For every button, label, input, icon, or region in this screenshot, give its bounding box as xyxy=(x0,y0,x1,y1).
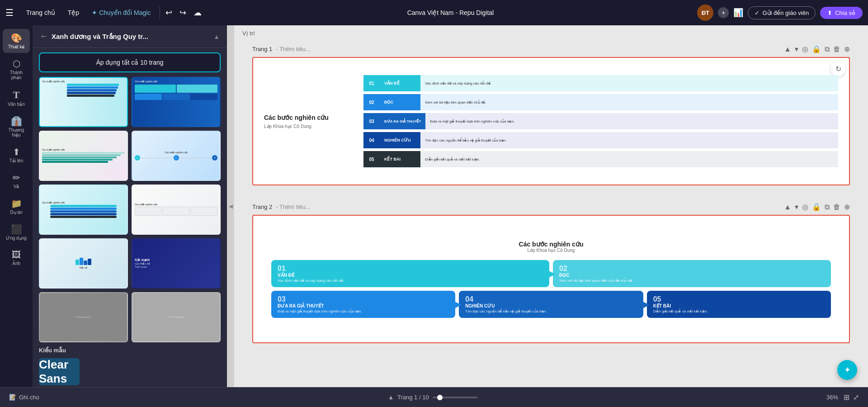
thumb-inner-1: Các bước nghiên cứu xyxy=(40,78,127,126)
page2-sub: Lớp Khoa học Cô Dung xyxy=(271,248,831,253)
bottom-up-icon[interactable]: ▲ xyxy=(388,394,394,401)
template-thumb-9[interactable]: Photo template xyxy=(39,292,128,342)
slide-1-header: Trang 1 - Thêm tiêu... ▲ ▾ ◎ 🔒 ⧉ 🗑 ⊕ xyxy=(252,41,850,57)
fullscreen-icon[interactable]: ⤢ xyxy=(853,393,859,402)
sidebar-item-apps[interactable]: ⬛ Ứng dụng xyxy=(3,220,30,244)
sidebar-item-text[interactable]: T Văn bản xyxy=(3,85,30,110)
sidebar-item-projects[interactable]: 📁 Dự án xyxy=(3,194,30,218)
template-thumb-7[interactable]: Biểu đồ xyxy=(39,238,128,289)
redo-icon[interactable]: ↪ xyxy=(178,6,188,19)
analytics-icon[interactable]: 📊 xyxy=(733,8,743,18)
slide-1-canvas[interactable]: ↻ Các bước nghiên cứu Lớp Khoa học Cô Du… xyxy=(252,57,850,185)
notes-button[interactable]: 📝 Ghi chú xyxy=(9,394,39,401)
flow-num-2: 02 xyxy=(559,265,825,273)
slide2-add-icon[interactable]: ⊕ xyxy=(844,203,850,211)
refresh-button[interactable]: ↻ xyxy=(831,62,845,76)
template-thumb-6[interactable]: Các bước nghiên cứu xyxy=(132,185,221,235)
template-thumb-4[interactable]: Các bước nghiên cứu 1 2 3 xyxy=(132,131,221,181)
progress-thumb xyxy=(437,395,443,400)
template-thumb-8[interactable]: Sức mạnh của Biểu đồ Trực quan xyxy=(132,238,221,289)
chevron-up-icon[interactable]: ▲ xyxy=(784,45,791,53)
zoom-level: 36% xyxy=(826,394,838,401)
thumb-inner-8: Sức mạnh của Biểu đồ Trực quan xyxy=(132,239,220,288)
chevron-down-icon[interactable]: ▾ xyxy=(795,45,798,53)
slide-2-subtitle[interactable]: - Thêm tiêu... xyxy=(276,204,310,210)
progress-bar[interactable] xyxy=(433,397,478,398)
panel-back-button[interactable]: ← xyxy=(40,32,48,41)
send-label: Gửi đến giáo viên xyxy=(762,9,809,16)
copy-icon[interactable]: ⧉ xyxy=(825,45,830,53)
template-thumb-3[interactable]: Các bước nghiên cứu xyxy=(39,131,128,181)
flow-box-1: 01 VẤN ĐỀ Xác định vấn đề và xây dựng câ… xyxy=(271,260,549,287)
canvas-scroll: Trang 1 - Thêm tiêu... ▲ ▾ ◎ 🔒 ⧉ 🗑 ⊕ ↻ xyxy=(234,41,868,387)
flow-num-3: 03 xyxy=(278,295,449,303)
palette-icon[interactable]: ◎ xyxy=(802,45,808,53)
slide-2-canvas[interactable]: Các bước nghiên cứu Lớp Khoa học Cô Dung… xyxy=(252,215,850,343)
menu-icon[interactable]: ☰ xyxy=(5,7,14,18)
sidebar-item-upload[interactable]: ⬆ Tải lên xyxy=(3,143,30,167)
bottom-right: 36% ⊞ ⤢ xyxy=(826,393,859,402)
text-label: Văn bản xyxy=(8,102,25,107)
nav-file[interactable]: Tệp xyxy=(62,6,85,19)
flow-arrow-4-icon: ▶ xyxy=(643,299,650,309)
step-3-label: ĐƯA RA GIẢ THUYẾT xyxy=(380,113,425,129)
breadcrumb: Vị trí xyxy=(234,25,868,41)
add-slide-icon[interactable]: ⊕ xyxy=(844,45,850,53)
sidebar-item-components[interactable]: ⬡ Thành phần xyxy=(3,55,30,84)
share-button[interactable]: ⬆ Chia sẻ xyxy=(820,7,863,19)
panel-scroll-up-icon[interactable]: ▲ xyxy=(213,33,220,40)
slide2-chevron-up-icon[interactable]: ▲ xyxy=(784,203,791,211)
slide2-chevron-down-icon[interactable]: ▾ xyxy=(795,203,798,211)
lock-icon[interactable]: 🔒 xyxy=(812,45,821,53)
slide2-copy-icon[interactable]: ⧉ xyxy=(825,203,830,211)
slide-2-title: Trang 2 xyxy=(252,204,272,210)
sidebar-item-design[interactable]: 🎨 Thiết kế xyxy=(3,29,30,53)
slide-1-subtitle[interactable]: - Thêm tiêu... xyxy=(276,46,310,52)
section-font-header: Kiểu mẫu xyxy=(33,342,227,356)
text-icon: T xyxy=(13,89,20,101)
slide2-palette-icon[interactable]: ◎ xyxy=(802,203,808,211)
bottom-center: ▲ Trang 1 / 10 xyxy=(39,394,826,401)
undo-icon[interactable]: ↩ xyxy=(164,6,174,19)
add-collaborator-button[interactable]: + xyxy=(718,7,729,18)
step-1-num: 01 xyxy=(363,75,380,91)
flow-desc-4: Tìm đọc các nguồn để bảo vệ giả thuyết c… xyxy=(465,309,637,313)
avatar[interactable]: ĐT xyxy=(697,5,713,21)
draw-label: Vẽ xyxy=(14,184,19,189)
sidebar-item-brand[interactable]: 👔 Thương hiệu xyxy=(3,112,30,141)
delete-icon[interactable]: 🗑 xyxy=(833,45,840,53)
font-preview-box[interactable]: Clear Sans xyxy=(39,358,80,385)
cloud-icon[interactable]: ☁ xyxy=(192,6,203,19)
bottom-bar: 📝 Ghi chú ▲ Trang 1 / 10 36% ⊞ ⤢ xyxy=(0,387,868,407)
photos-label: Ảnh xyxy=(12,261,20,266)
template-thumb-5[interactable]: Các bước nghiên cứu xyxy=(39,185,128,235)
ai-fab-button[interactable]: ✦ xyxy=(837,360,857,380)
page2-top-flow: 01 VẤN ĐỀ Xác định vấn đề và xây dựng câ… xyxy=(271,260,831,287)
sidebar-item-photos[interactable]: 🖼 Ảnh xyxy=(3,246,30,270)
flow-desc-3: Đưa ra một giả thuyết dựa trên nghiên cứ… xyxy=(278,309,449,313)
nav-home[interactable]: Trang chủ xyxy=(21,6,61,19)
flow-arrow-3-icon: ▶ xyxy=(455,299,462,309)
slide-2-inner: Các bước nghiên cứu Lớp Khoa học Cô Dung… xyxy=(253,216,849,342)
grid-view-icon[interactable]: ⊞ xyxy=(844,393,849,402)
step-5-label: KẾT BÀI xyxy=(380,151,420,167)
step-3-desc: Đưa ra một giả thuyết dựa trên nghiên cứ… xyxy=(425,113,838,129)
flow-desc-5: Diễn giải kết quả và viết kết luận. xyxy=(653,309,825,313)
page2-title: Các bước nghiên cứu xyxy=(271,241,831,248)
thumb-inner-7: Biểu đồ xyxy=(40,239,127,288)
sidebar-item-draw[interactable]: ✏ Vẽ xyxy=(3,169,30,193)
apply-all-button[interactable]: Áp dụng tất cả 10 trang xyxy=(39,52,221,72)
panel-resize-handle[interactable]: ◀ xyxy=(227,25,234,387)
slide2-delete-icon[interactable]: 🗑 xyxy=(833,203,840,211)
template-thumb-2[interactable]: Các bước nghiên cứu xyxy=(132,77,221,127)
step-5: 05 KẾT BÀI Diễn giải kết quả và viết kết… xyxy=(363,151,838,167)
upload-label: Tải lên xyxy=(9,158,23,163)
template-thumb-1[interactable]: Các bước nghiên cứu xyxy=(39,77,128,127)
template-thumb-10[interactable]: Photo template xyxy=(132,292,221,342)
thumb-inner-5: Các bước nghiên cứu xyxy=(40,185,127,234)
nav-magic[interactable]: ✦ Chuyển đổi Magic xyxy=(86,6,156,19)
slide2-lock-icon[interactable]: 🔒 xyxy=(812,203,821,211)
send-to-teacher-button[interactable]: ✓ Gửi đến giáo viên xyxy=(748,6,816,19)
template-grid: Các bước nghiên cứu Các bước nghi xyxy=(33,77,227,342)
step-1-label: VẤN ĐỀ xyxy=(380,75,420,91)
